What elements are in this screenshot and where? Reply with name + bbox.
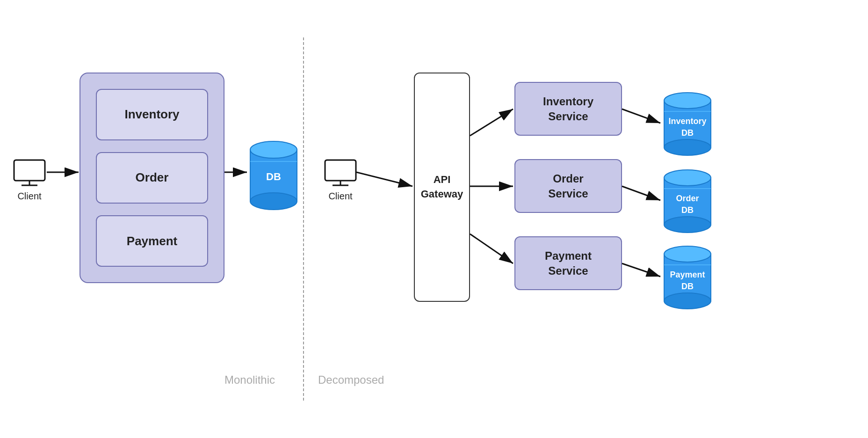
svg-line-38 — [622, 263, 660, 277]
right-client: Client — [324, 159, 357, 202]
svg-line-37 — [622, 186, 660, 200]
svg-point-18 — [664, 170, 711, 186]
payment-block: Payment — [96, 215, 208, 267]
left-client-label: Client — [17, 191, 41, 202]
svg-rect-8 — [325, 160, 356, 181]
svg-point-24 — [664, 246, 711, 262]
svg-text:DB: DB — [681, 282, 694, 291]
monitor-icon-right — [324, 159, 357, 187]
svg-text:DB: DB — [266, 171, 281, 182]
svg-line-35 — [470, 234, 513, 263]
order-block: Order — [96, 152, 208, 204]
svg-text:Inventory: Inventory — [668, 117, 706, 126]
svg-text:Payment: Payment — [670, 270, 705, 279]
right-client-label: Client — [328, 191, 352, 202]
svg-point-4 — [250, 141, 297, 158]
svg-line-33 — [470, 109, 513, 136]
svg-line-36 — [622, 109, 660, 123]
divider — [303, 37, 304, 401]
svg-point-12 — [664, 93, 711, 109]
svg-point-19 — [664, 217, 711, 233]
monolith-db: DB — [248, 136, 299, 211]
inventory-service: InventoryService — [514, 82, 622, 136]
order-db: Order DB — [662, 166, 713, 234]
svg-line-32 — [356, 172, 412, 186]
api-gateway: APIGateway — [414, 73, 470, 302]
svg-text:DB: DB — [681, 128, 694, 138]
svg-point-13 — [664, 139, 711, 155]
monolithic-label: Monolithic — [224, 373, 275, 387]
svg-text:Order: Order — [676, 194, 699, 203]
payment-service: PaymentService — [514, 236, 622, 290]
monolith-container: Inventory Order Payment — [80, 73, 224, 283]
monitor-icon-left — [13, 159, 46, 187]
svg-point-5 — [250, 193, 297, 210]
left-client: Client — [13, 159, 46, 202]
svg-rect-0 — [14, 160, 45, 181]
inventory-db: Inventory DB — [662, 89, 713, 157]
order-service: OrderService — [514, 159, 622, 213]
inventory-block: Inventory — [96, 89, 208, 140]
decomposed-label: Decomposed — [318, 373, 384, 387]
svg-point-25 — [664, 293, 711, 309]
payment-db: Payment DB — [662, 242, 713, 310]
svg-text:DB: DB — [681, 205, 694, 215]
